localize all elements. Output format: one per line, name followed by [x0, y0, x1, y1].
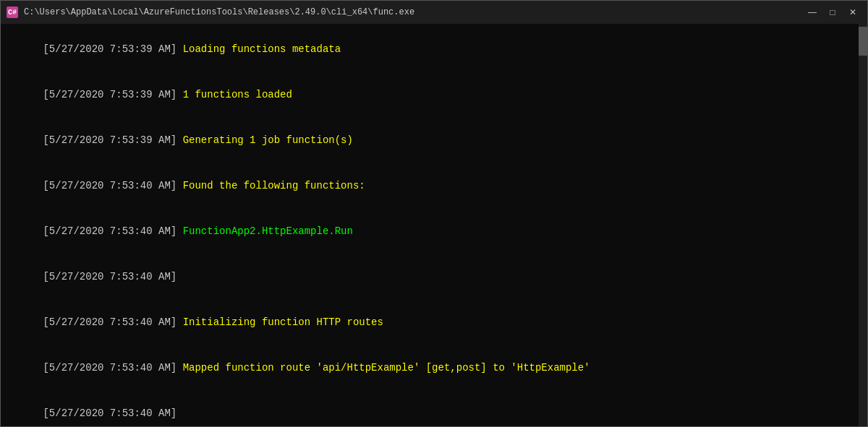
minimize-button[interactable]: —	[804, 5, 821, 20]
maximize-button[interactable]: □	[824, 5, 841, 20]
log-line-8: [5/27/2020 7:53:40 AM] Mapped function r…	[7, 345, 861, 391]
log-line-7: [5/27/2020 7:53:40 AM] Initializing func…	[7, 300, 861, 345]
console-body: [5/27/2020 7:53:39 AM] Loading functions…	[1, 24, 867, 426]
terminal-window: C# C:\Users\AppData\Local\AzureFunctions…	[0, 0, 868, 427]
app-icon: C#	[7, 7, 18, 18]
window-title: C:\Users\AppData\Local\AzureFunctionsToo…	[24, 7, 414, 17]
log-line-4: [5/27/2020 7:53:40 AM] Found the followi…	[7, 163, 861, 209]
title-bar: C# C:\Users\AppData\Local\AzureFunctions…	[1, 1, 867, 24]
window-controls: — □ ✕	[804, 5, 861, 20]
scrollbar-thumb[interactable]	[859, 27, 867, 56]
log-line-9: [5/27/2020 7:53:40 AM]	[7, 391, 861, 426]
log-line-1: [5/27/2020 7:53:39 AM] Loading functions…	[7, 27, 861, 72]
log-line-3: [5/27/2020 7:53:39 AM] Generating 1 job …	[7, 118, 861, 163]
log-line-6: [5/27/2020 7:53:40 AM]	[7, 254, 861, 300]
close-button[interactable]: ✕	[844, 5, 861, 20]
scrollbar[interactable]	[859, 24, 867, 426]
log-line-2: [5/27/2020 7:53:39 AM] 1 functions loade…	[7, 72, 861, 118]
log-line-5: [5/27/2020 7:53:40 AM] FunctionApp2.Http…	[7, 209, 861, 254]
title-bar-left: C# C:\Users\AppData\Local\AzureFunctions…	[7, 7, 414, 18]
